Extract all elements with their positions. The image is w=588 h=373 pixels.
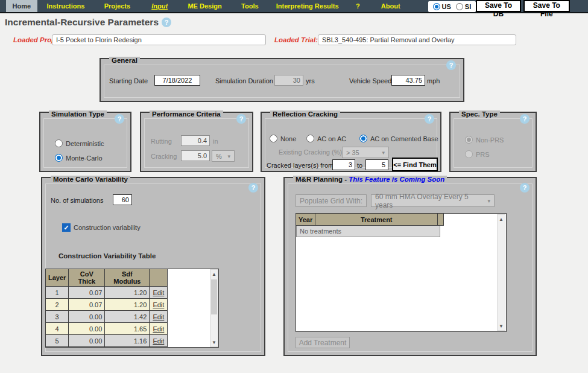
no-treatments-row: No treatments	[296, 226, 440, 237]
table-scrollbar[interactable]: ▲ ▼	[210, 269, 218, 347]
table-row: 1 0.07 1.20 Edit	[46, 287, 168, 299]
tab-projects[interactable]: Projects	[94, 0, 141, 12]
existing-cracking-dropdown: > 35 ▾	[342, 147, 389, 158]
help-icon[interactable]	[520, 183, 530, 193]
loaded-project-field[interactable]: I-5 Pocket to Florin Redesign	[52, 34, 266, 45]
cell-layer: 4	[46, 323, 69, 335]
tab-tools[interactable]: Tools	[230, 0, 269, 12]
non-prs-radio: Non-PRS	[465, 136, 504, 144]
tab-about[interactable]: About	[370, 0, 411, 12]
edit-link[interactable]: Edit	[153, 337, 164, 345]
treatments-grid: Year Treatment	[296, 213, 444, 226]
help-icon[interactable]	[115, 114, 124, 124]
none-radio[interactable]: None	[270, 135, 296, 142]
help-icon[interactable]	[446, 60, 456, 70]
units-si-radio[interactable]: SI	[456, 3, 471, 10]
deterministic-radio[interactable]: Deterministic	[55, 139, 104, 147]
cell-cov: 0.07	[69, 287, 105, 299]
table-row-partial	[46, 347, 168, 348]
ac-on-cemented-base-radio[interactable]: AC on Cemented Base	[359, 135, 438, 142]
table-row: 4 0.00 1.65 Edit	[46, 323, 168, 335]
cracked-layers-label: Cracked layers(s) from	[267, 162, 334, 169]
cell-cov: 0.00	[69, 311, 105, 323]
scroll-up-icon[interactable]: ▲	[210, 270, 218, 278]
chevron-down-icon: ▾	[487, 198, 490, 204]
treatments-scrollbar[interactable]: ▲ ▼	[497, 214, 505, 331]
scroll-down-icon[interactable]: ▼	[210, 338, 218, 346]
edit-link[interactable]: Edit	[153, 289, 164, 296]
edit-link[interactable]: Edit	[153, 301, 164, 308]
scroll-up-icon[interactable]: ▲	[498, 215, 505, 223]
units-si-label: SI	[465, 3, 471, 10]
num-simulations-input[interactable]	[113, 194, 132, 205]
cell-sdf: 1.42	[105, 311, 150, 323]
radio-icon	[465, 136, 473, 144]
tab-interpreting-results[interactable]: Interpreting Results	[269, 0, 345, 12]
units-us-radio[interactable]: US	[433, 3, 451, 10]
treatments-header-row: Year Treatment	[296, 214, 444, 226]
help-icon[interactable]	[162, 18, 171, 27]
populate-grid-value: 60 mm HMA Overlay Every 5 years	[375, 193, 487, 209]
cracked-to-input[interactable]	[365, 159, 388, 170]
cracking-input	[181, 150, 210, 161]
cell-sdf: 1.65	[105, 323, 150, 335]
cracked-from-input[interactable]	[332, 159, 355, 170]
scrollbar-thumb[interactable]	[211, 279, 217, 314]
simulation-duration-label: Simulation Duration	[215, 77, 273, 84]
tab-help[interactable]: ?	[346, 0, 370, 12]
vehicle-speed-input[interactable]	[391, 75, 425, 86]
monte-carlo-variability-groupbox: Monte Carlo Variability No. of simulatio…	[41, 177, 265, 356]
performance-criteria-groupbox: Performance Criteria Rutting in Cracking…	[140, 112, 253, 172]
none-label: None	[280, 135, 296, 142]
add-treatment-button: Add Treatment	[296, 337, 350, 348]
col-year: Year	[296, 214, 315, 226]
ac-on-ac-radio[interactable]: AC on AC	[306, 135, 346, 142]
help-icon[interactable]	[520, 114, 530, 124]
radio-icon	[55, 139, 63, 147]
monte-carlo-radio[interactable]: Monte-Carlo	[55, 154, 103, 162]
rutting-input	[181, 135, 210, 146]
construction-variability-checkbox[interactable]: Construction variability	[62, 223, 141, 232]
edit-link[interactable]: Edit	[153, 313, 164, 320]
num-simulations-label: No. of simulations	[51, 197, 103, 204]
construction-variability-table-title: Construction Variability Table	[58, 252, 156, 260]
spec-type-groupbox: Spec. Type Non-PRS PRS	[449, 112, 537, 172]
tab-home[interactable]: Home	[6, 0, 37, 12]
monte-carlo-label: Monte-Carlo	[66, 155, 103, 162]
speed-unit-label: mph	[427, 77, 440, 84]
radio-icon	[270, 135, 277, 142]
help-icon[interactable]	[425, 114, 434, 124]
help-icon[interactable]	[236, 114, 246, 124]
page-title-text: Incremental-Recursive Parameters	[5, 17, 159, 28]
find-them-button[interactable]: <= Find Them	[392, 158, 438, 171]
starting-date-input[interactable]	[154, 75, 200, 86]
col-sdf-modulus: Sdf Modulus	[105, 269, 150, 287]
radio-icon	[433, 3, 440, 10]
treatments-list: Year Treatment No treatments ▲ ▼	[296, 213, 507, 332]
populate-grid-dropdown: 60 mm HMA Overlay Every 5 years ▾	[371, 194, 495, 207]
loaded-trial-field[interactable]: SBL3_540-495: Partial Removal and Overla…	[318, 34, 516, 45]
simulation-type-groupbox: Simulation Type Deterministic Monte-Carl…	[39, 112, 131, 172]
variability-grid: Layer CoV Thick Sdf Modulus 1 0.07 1.20 …	[45, 269, 168, 348]
tab-instructions[interactable]: Instructions	[37, 0, 94, 12]
mr-planning-title: M&R Planning -	[296, 176, 349, 183]
deterministic-label: Deterministic	[66, 140, 104, 147]
cracking-unit-value: %	[216, 153, 222, 160]
tab-me-design[interactable]: ME Design	[179, 0, 231, 12]
simulation-duration-input	[274, 75, 303, 86]
mr-planning-groupbox: M&R Planning - This Feature is Coming So…	[283, 177, 537, 356]
radio-icon	[359, 135, 367, 142]
table-row: 2 0.07 1.20 Edit	[46, 299, 168, 311]
spec-type-legend: Spec. Type	[459, 110, 500, 118]
coming-soon-text: This Feature is Coming Soon	[349, 176, 444, 183]
radio-icon	[306, 135, 314, 142]
save-to-file-button[interactable]: Save To File	[523, 0, 570, 12]
tab-input[interactable]: Input	[141, 0, 179, 12]
general-legend: General	[109, 57, 140, 64]
edit-link[interactable]: Edit	[153, 325, 164, 333]
ac-on-cemented-base-label: AC on Cemented Base	[370, 135, 438, 142]
scroll-down-icon[interactable]: ▼	[498, 322, 505, 330]
save-to-db-button[interactable]: Save To DB	[476, 0, 520, 12]
cell-cov: 0.07	[69, 299, 105, 311]
help-icon[interactable]	[248, 183, 258, 193]
